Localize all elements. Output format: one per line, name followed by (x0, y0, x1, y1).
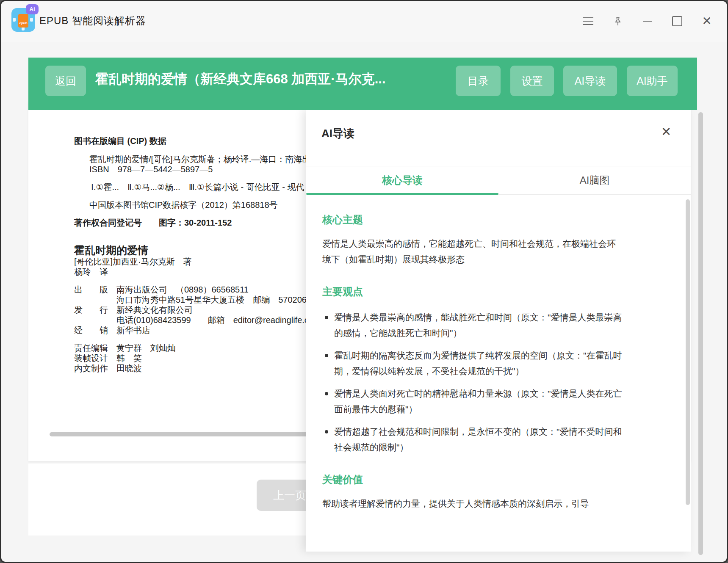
toolbar-button[interactable]: AI导读 (563, 66, 617, 96)
key-point-item: 爱情超越了社会规范和时间限制，是永恒不变的（原文："爱情不受时间和社会规范的限制… (322, 424, 623, 455)
tab-ai-mindmap[interactable]: AI脑图 (498, 166, 691, 194)
book-title: 霍乱时期的爱情（新经典文库668 加西亚·马尔克... (95, 70, 447, 88)
icon-node-dot (30, 18, 33, 22)
app-window: epub Ai EPUB 智能阅读解析器 ✕ 返回 (0, 0, 728, 563)
maximize-icon (672, 16, 682, 26)
minimize-button[interactable] (641, 15, 654, 28)
epub-file-icon: epub (18, 14, 28, 28)
section-heading-points: 主要观点 (322, 285, 623, 298)
key-point-item: 爱情是人类最崇高的感情，能战胜死亡和时间（原文："爱情是人类最崇高的感情，它能战… (322, 309, 623, 341)
panel-content[interactable]: 核心主题 爱情是人类最崇高的感情，它能超越死亡、时间和社会规范，在极端社会环境下… (306, 194, 691, 552)
panel-vertical-scrollbar[interactable] (686, 199, 690, 505)
close-icon: ✕ (661, 125, 671, 138)
window-controls: ✕ (582, 15, 713, 28)
key-point-item: 霍乱时期的隔离状态反而为爱情提供了纯粹发展的空间（原文："在霍乱时期，爱情得以纯… (322, 348, 623, 379)
ai-guide-panel: AI导读 ✕ 核心导读 AI脑图 核心主题 爱情是人类最崇高的感情，它能超越死亡… (306, 110, 691, 552)
maximize-button[interactable] (671, 15, 684, 28)
hamburger-icon (583, 17, 593, 25)
pin-icon (612, 16, 623, 27)
key-points-list: 爱情是人类最崇高的感情，能战胜死亡和时间（原文："爱情是人类最崇高的感情，它能战… (322, 309, 623, 455)
reader-toolbar: 返回 霍乱时期的爱情（新经典文库668 加西亚·马尔克... 目录 设置 AI导… (28, 58, 697, 110)
section-paragraph-value: 帮助读者理解爱情的力量，提供关于人类情感本质的深刻启示，引导 (322, 496, 623, 511)
app-icon: epub Ai (11, 8, 35, 32)
menu-button[interactable] (582, 15, 595, 28)
section-heading-value: 关键价值 (322, 473, 623, 486)
panel-title: AI导读 (321, 126, 354, 141)
panel-header: AI导读 ✕ (306, 110, 691, 166)
minimize-icon (643, 21, 652, 22)
icon-node-dot (13, 18, 16, 22)
close-icon: ✕ (702, 15, 711, 27)
window-vertical-scrollbar[interactable] (698, 112, 703, 555)
panel-tabs: 核心导读 AI脑图 (306, 166, 691, 195)
panel-close-button[interactable]: ✕ (659, 124, 674, 139)
back-button[interactable]: 返回 (45, 66, 86, 96)
ai-badge-icon: Ai (26, 4, 39, 14)
close-button[interactable]: ✕ (700, 15, 713, 28)
key-point-item: 爱情是人类面对死亡时的精神慰藉和力量来源（原文："爱情是人类在死亡面前最伟大的慰… (322, 386, 623, 417)
section-paragraph-theme: 爱情是人类最崇高的感情，它能超越死亡、时间和社会规范，在极端社会环境下（如霍乱时… (322, 236, 623, 267)
section-heading-theme: 核心主题 (322, 213, 623, 226)
toolbar-button[interactable]: AI助手 (627, 66, 678, 96)
tab-core-guide[interactable]: 核心导读 (306, 166, 498, 194)
window-title: EPUB 智能阅读解析器 (39, 14, 146, 28)
toolbar-button[interactable]: 设置 (510, 66, 554, 96)
toolbar-button[interactable]: 目录 (456, 66, 501, 96)
titlebar: epub Ai EPUB 智能阅读解析器 ✕ (1, 1, 727, 42)
pin-button[interactable] (612, 15, 624, 28)
